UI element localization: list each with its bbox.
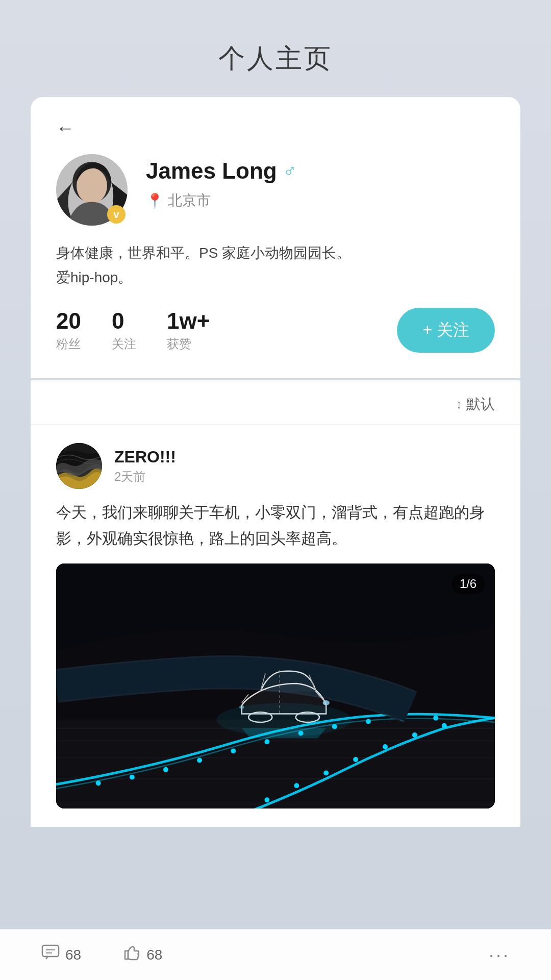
like-icon: [122, 943, 141, 967]
svg-point-16: [265, 739, 270, 744]
post-image[interactable]: 1/6: [56, 564, 495, 808]
comment-icon: [41, 943, 60, 967]
svg-rect-40: [42, 945, 59, 957]
sort-label: 默认: [466, 395, 495, 414]
comment-action[interactable]: 68: [41, 943, 81, 967]
more-button[interactable]: ···: [489, 944, 510, 965]
like-count: 68: [146, 947, 162, 963]
verified-badge: v: [107, 205, 126, 224]
stats-row: 20 粉丝 0 关注 1w+ 获赞 + 关注: [56, 308, 495, 353]
likes-number: 1w+: [167, 308, 210, 334]
svg-point-15: [231, 749, 236, 754]
image-counter: 1/6: [452, 574, 485, 594]
location-row: 📍 北京市: [146, 191, 495, 210]
location-text: 北京市: [168, 191, 211, 210]
feed-card: ↕ 默认: [31, 380, 520, 827]
sort-icon: ↕: [456, 397, 462, 411]
svg-point-19: [366, 719, 371, 724]
profile-card: ←: [31, 97, 520, 378]
svg-point-14: [197, 758, 202, 763]
sort-option[interactable]: ↕ 默认: [456, 395, 495, 414]
svg-point-12: [130, 775, 135, 780]
profile-info: James Long ♂ 📍 北京市: [146, 154, 495, 210]
post-header: ZERO!!! 2天前: [56, 443, 495, 489]
avatar-wrapper: v: [56, 154, 128, 226]
comment-count: 68: [65, 947, 81, 963]
svg-point-26: [353, 757, 358, 762]
profile-header: v James Long ♂ 📍 北京市: [56, 154, 495, 226]
following-number: 0: [112, 308, 124, 334]
like-action[interactable]: 68: [122, 943, 162, 967]
gender-icon: ♂: [283, 160, 297, 182]
svg-point-21: [433, 716, 438, 721]
svg-point-27: [383, 744, 388, 749]
bottom-tab-bar: 68 68 ···: [0, 929, 551, 980]
back-button[interactable]: ←: [56, 117, 74, 139]
post-avatar: [56, 443, 102, 489]
location-pin-icon: 📍: [146, 192, 164, 209]
post-content: 今天，我们来聊聊关于车机，小零双门，溜背式，有点超跑的身影，外观确实很惊艳，路上…: [56, 499, 495, 551]
follow-button[interactable]: + 关注: [397, 308, 495, 353]
feed-sort-bar: ↕ 默认: [31, 380, 520, 425]
post-author-name: ZERO!!!: [114, 448, 176, 467]
user-name-row: James Long ♂: [146, 158, 495, 184]
tab-actions-left: 68 68: [41, 943, 162, 967]
svg-point-11: [96, 780, 101, 786]
svg-point-23: [265, 797, 270, 802]
fans-label: 粉丝: [56, 336, 81, 352]
following-label: 关注: [112, 336, 136, 352]
post-author-info: ZERO!!! 2天前: [114, 448, 176, 485]
tab-actions-right: ···: [489, 944, 510, 966]
svg-point-37: [323, 700, 330, 705]
user-name: James Long: [146, 158, 277, 184]
post-image-inner: 1/6: [56, 564, 495, 808]
fans-number: 20: [56, 308, 81, 334]
svg-point-29: [442, 723, 447, 728]
post-time: 2天前: [114, 469, 176, 485]
bio: 身体健康，世界和平。PS 家庭小动物园园长。 爱hip-hop。: [56, 241, 495, 289]
svg-point-39: [216, 703, 352, 737]
fans-stat: 20 粉丝: [56, 308, 81, 352]
svg-point-25: [323, 771, 329, 776]
svg-point-13: [163, 767, 168, 772]
cards-wrapper: ←: [0, 97, 551, 827]
svg-point-24: [294, 783, 299, 788]
page-title: 个人主页: [0, 0, 551, 97]
post-item: ZERO!!! 2天前 今天，我们来聊聊关于车机，小零双门，溜背式，有点超跑的身…: [31, 425, 520, 827]
likes-stat: 1w+ 获赞: [167, 308, 210, 352]
likes-label: 获赞: [167, 336, 191, 352]
svg-point-28: [412, 732, 417, 738]
following-stat: 0 关注: [112, 308, 136, 352]
